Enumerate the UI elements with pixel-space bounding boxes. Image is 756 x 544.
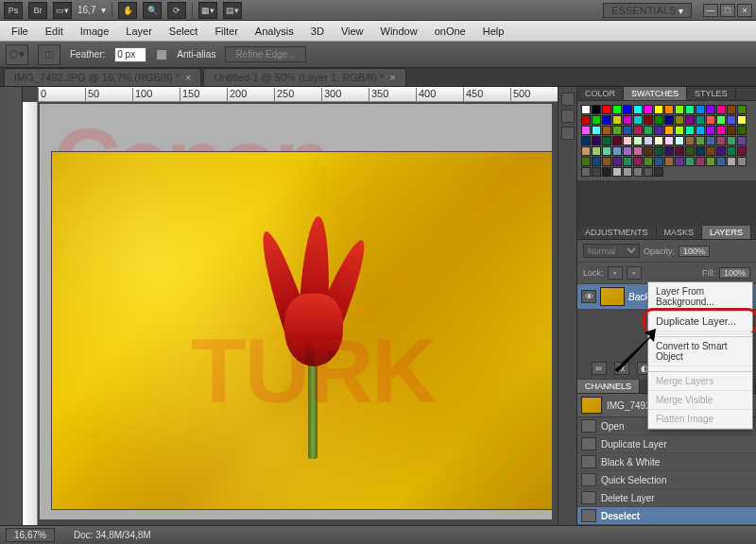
tab-masks[interactable]: MASKS [657, 226, 703, 239]
swatch[interactable] [633, 105, 643, 114]
swatch[interactable] [644, 157, 653, 166]
swatch[interactable] [685, 115, 695, 125]
menu-onone[interactable]: onOne [427, 23, 473, 40]
history-item[interactable]: Delete Layer [577, 489, 756, 507]
swatch[interactable] [696, 105, 705, 114]
opacity-value[interactable]: 100% [679, 246, 710, 257]
swatch[interactable] [623, 167, 632, 177]
zoom-level[interactable]: 16,67% [6, 528, 55, 542]
menu-image[interactable]: Image [73, 23, 117, 40]
swatch[interactable] [644, 167, 653, 177]
swatch[interactable] [706, 126, 715, 135]
swatch[interactable] [685, 146, 695, 156]
swatch[interactable] [675, 115, 684, 125]
zoom-value[interactable]: 16,7 [77, 5, 95, 15]
swatch[interactable] [716, 136, 726, 145]
tab-swatches[interactable]: SWATCHES [624, 87, 687, 100]
swatch[interactable] [654, 115, 663, 125]
swatch[interactable] [654, 146, 663, 156]
swatch[interactable] [685, 157, 695, 166]
menu-layer-from-bg[interactable]: Layer From Background... [648, 282, 752, 312]
swatch[interactable] [612, 105, 622, 114]
blend-mode-select[interactable]: Normal [583, 244, 640, 258]
swatch[interactable] [581, 115, 591, 125]
swatch[interactable] [612, 146, 622, 156]
swatch[interactable] [612, 157, 622, 166]
layer-thumbnail[interactable] [600, 287, 625, 306]
menu-analysis[interactable]: Analysis [248, 23, 301, 40]
swatch[interactable] [633, 115, 643, 125]
swatch[interactable] [644, 136, 653, 145]
swatch[interactable] [664, 115, 674, 125]
menu-file[interactable]: File [4, 23, 36, 40]
history-item[interactable]: Black & White [577, 453, 756, 471]
swatch[interactable] [716, 157, 726, 166]
swatch[interactable] [654, 167, 663, 177]
refine-edge-button[interactable]: Refine Edge... [225, 46, 305, 62]
swatch[interactable] [716, 105, 726, 114]
swatch[interactable] [664, 146, 674, 156]
swatch[interactable] [644, 146, 653, 156]
swatch[interactable] [644, 126, 653, 135]
screen-mode-icon[interactable]: ▭▾ [53, 2, 72, 19]
swatch[interactable] [592, 115, 601, 125]
swatch[interactable] [633, 126, 643, 135]
menu-duplicate-layer[interactable]: Duplicate Layer... [648, 312, 752, 332]
swatch[interactable] [633, 167, 643, 177]
close-button[interactable]: × [737, 4, 752, 17]
swatch[interactable] [675, 146, 684, 156]
swatch[interactable] [664, 136, 674, 145]
arrange-docs-icon[interactable]: ▦▾ [198, 2, 217, 19]
bridge-icon[interactable]: Br [28, 2, 47, 19]
link-icon[interactable]: ∞ [592, 362, 607, 375]
swatch[interactable] [602, 136, 611, 145]
swatch[interactable] [602, 105, 611, 114]
maximize-button[interactable]: □ [720, 4, 735, 17]
swatch[interactable] [696, 157, 705, 166]
tab-doc-2[interactable]: Untitled-1 @ 50% (Layer 1, RGB/8) *× [203, 68, 405, 86]
menu-filter[interactable]: Filter [207, 23, 245, 40]
fx-icon[interactable]: fx [614, 362, 629, 375]
swatch[interactable] [581, 126, 591, 135]
swatch[interactable] [737, 136, 747, 145]
swatch[interactable] [727, 115, 736, 125]
swatch[interactable] [706, 146, 715, 156]
swatch[interactable] [633, 136, 643, 145]
swatch[interactable] [581, 136, 591, 145]
swatch[interactable] [706, 105, 715, 114]
swatch[interactable] [633, 146, 643, 156]
menu-select[interactable]: Select [162, 23, 206, 40]
history-item[interactable]: Deselect [577, 507, 756, 525]
swatch[interactable] [675, 126, 684, 135]
swatch[interactable] [716, 126, 726, 135]
lasso-tool-icon[interactable]: ⬡▾ [6, 44, 28, 65]
swatch[interactable] [602, 146, 611, 156]
swatch[interactable] [654, 126, 663, 135]
swatch[interactable] [602, 115, 611, 125]
menu-view[interactable]: View [334, 23, 371, 40]
swatch[interactable] [592, 167, 601, 177]
swatch[interactable] [602, 157, 611, 166]
swatch[interactable] [654, 105, 663, 114]
swatch[interactable] [696, 115, 705, 125]
swatch[interactable] [592, 126, 601, 135]
swatch[interactable] [727, 126, 736, 135]
swatch[interactable] [623, 115, 632, 125]
swatch[interactable] [644, 115, 653, 125]
tab-layers[interactable]: LAYERS [702, 226, 751, 239]
hand-tool-icon[interactable]: ✋ [118, 2, 137, 19]
tab-color[interactable]: COLOR [577, 87, 624, 100]
feather-input[interactable] [114, 47, 146, 62]
swatch[interactable] [675, 136, 684, 145]
swatch[interactable] [706, 115, 715, 125]
tab-styles[interactable]: STYLES [687, 87, 736, 100]
menu-help[interactable]: Help [475, 23, 512, 40]
swatch[interactable] [727, 105, 736, 114]
swatch[interactable] [685, 136, 695, 145]
close-icon[interactable]: × [185, 72, 191, 83]
zoom-tool-icon[interactable]: 🔍 [143, 2, 162, 19]
swatch[interactable] [664, 126, 674, 135]
swatch[interactable] [716, 146, 726, 156]
swatch[interactable] [592, 105, 601, 114]
swatch[interactable] [737, 126, 747, 135]
